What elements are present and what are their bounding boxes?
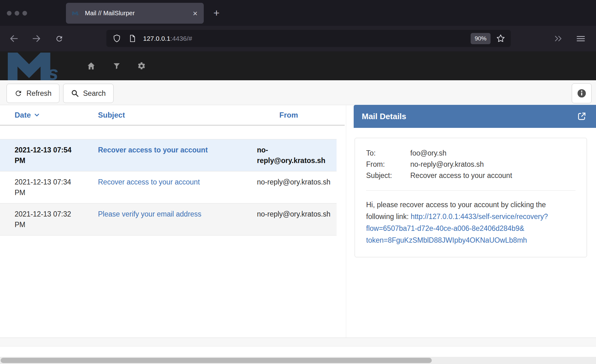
mail-row[interactable]: 2021-12-13 07:54 PMRecover access to you… bbox=[0, 139, 337, 171]
mailslurper-window: s Mail // MailSlurper × + 127.0.0.1:4436… bbox=[0, 0, 596, 364]
svg-text:s: s bbox=[47, 62, 58, 80]
card-divider bbox=[366, 190, 575, 191]
horizontal-scrollbar-thumb[interactable] bbox=[1, 358, 432, 363]
mail-row-date: 2021-12-13 07:34 PM bbox=[0, 177, 98, 198]
mail-row-subject: Recover access to your account bbox=[98, 177, 257, 198]
tab-favicon-mailslurper-icon: s bbox=[72, 10, 81, 16]
url-bar[interactable]: 127.0.0.1:4436/# 90% bbox=[106, 30, 511, 47]
mail-row-subject-link[interactable]: Please verify your email address bbox=[98, 210, 201, 218]
app-header: s bbox=[0, 51, 596, 80]
back-icon[interactable] bbox=[6, 26, 22, 51]
to-value: foo@ory.sh bbox=[410, 147, 446, 159]
window-controls[interactable] bbox=[7, 11, 27, 16]
sort-chevron-down-icon bbox=[34, 112, 40, 118]
url-text[interactable]: 127.0.0.1:4436/# bbox=[143, 35, 192, 42]
mail-details-header: Mail Details bbox=[354, 105, 596, 128]
refresh-button-label: Refresh bbox=[26, 89, 52, 98]
mail-row-from: no-reply@ory.kratos.sh bbox=[257, 209, 332, 230]
mail-row-subject: Recover access to your account bbox=[98, 145, 257, 166]
shield-icon[interactable] bbox=[113, 34, 121, 43]
tab-close-icon[interactable]: × bbox=[193, 9, 198, 17]
browser-navbar: 127.0.0.1:4436/# 90% bbox=[0, 26, 596, 51]
search-button-label: Search bbox=[83, 89, 106, 98]
filter-funnel-icon[interactable] bbox=[109, 51, 124, 80]
page-info-icon[interactable] bbox=[128, 34, 136, 43]
column-header-subject[interactable]: Subject bbox=[98, 111, 257, 119]
footer-strip-white bbox=[0, 346, 596, 357]
info-button[interactable] bbox=[572, 83, 592, 103]
settings-gear-icon[interactable] bbox=[134, 51, 149, 80]
mail-body: Hi, please recover access to your accoun… bbox=[366, 199, 575, 246]
mail-list-rows: 2021-12-13 07:54 PMRecover access to you… bbox=[0, 139, 337, 236]
svg-text:s: s bbox=[77, 12, 79, 16]
browser-tab-strip: s Mail // MailSlurper × + bbox=[0, 0, 596, 26]
forward-icon[interactable] bbox=[28, 26, 45, 51]
mail-details-title: Mail Details bbox=[362, 112, 406, 121]
mail-row-subject-link[interactable]: Recover access to your account bbox=[98, 178, 200, 186]
info-circle-icon bbox=[577, 88, 587, 98]
mail-row-from: no-reply@ory.kratos.sh bbox=[257, 145, 332, 166]
from-label: From: bbox=[366, 159, 410, 170]
mailslurper-logo: s bbox=[8, 53, 72, 80]
horizontal-scrollbar[interactable] bbox=[0, 357, 596, 364]
browser-tab[interactable]: s Mail // MailSlurper × bbox=[66, 3, 204, 24]
mail-row-subject: Please verify your email address bbox=[98, 209, 257, 230]
from-value: no-reply@ory.kratos.sh bbox=[410, 159, 484, 170]
new-tab-button[interactable]: + bbox=[213, 7, 220, 19]
app-toolbar: Refresh Search bbox=[0, 80, 596, 105]
search-button[interactable]: Search bbox=[63, 84, 114, 103]
mail-row-date: 2021-12-13 07:54 PM bbox=[0, 145, 98, 166]
mail-details-card: To: foo@ory.sh From: no-reply@ory.kratos… bbox=[355, 138, 587, 257]
mail-row-from: no-reply@ory.kratos.sh bbox=[257, 177, 332, 198]
to-label: To: bbox=[366, 147, 410, 159]
subject-value: Recover access to your account bbox=[410, 170, 512, 181]
tab-title: Mail // MailSlurper bbox=[85, 10, 135, 17]
open-external-icon[interactable] bbox=[577, 111, 587, 121]
mail-row[interactable]: 2021-12-13 07:32 PMPlease verify your em… bbox=[0, 203, 337, 236]
mail-row-date: 2021-12-13 07:32 PM bbox=[0, 209, 98, 230]
column-header-from[interactable]: From bbox=[257, 111, 345, 119]
footer-strip bbox=[0, 338, 596, 346]
search-icon bbox=[71, 89, 79, 97]
reload-icon[interactable] bbox=[51, 26, 68, 51]
home-icon[interactable] bbox=[84, 51, 98, 80]
refresh-button[interactable]: Refresh bbox=[7, 84, 59, 103]
main-content: Date Subject From 2021-12-13 07:54 PMRec… bbox=[0, 105, 596, 338]
mail-row[interactable]: 2021-12-13 07:34 PMRecover access to you… bbox=[0, 171, 337, 203]
subject-label: Subject: bbox=[366, 170, 410, 181]
menu-hamburger-icon[interactable] bbox=[572, 26, 589, 51]
mail-row-subject-link[interactable]: Recover access to your account bbox=[98, 146, 208, 154]
overflow-chevrons-icon[interactable] bbox=[550, 26, 567, 51]
refresh-icon bbox=[14, 89, 22, 97]
column-header-date[interactable]: Date bbox=[0, 111, 98, 119]
panel-divider bbox=[346, 105, 346, 338]
bookmark-star-icon[interactable] bbox=[496, 34, 505, 43]
zoom-level-badge[interactable]: 90% bbox=[471, 33, 491, 44]
mail-list-header: Date Subject From bbox=[0, 105, 345, 126]
